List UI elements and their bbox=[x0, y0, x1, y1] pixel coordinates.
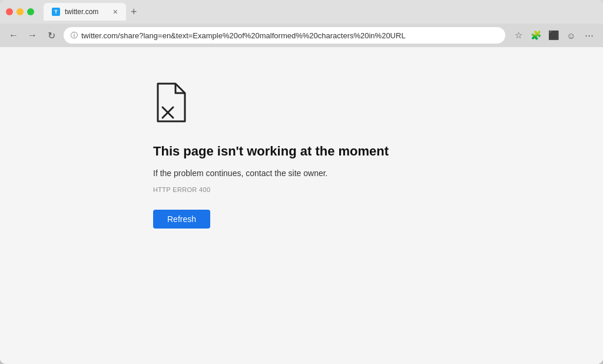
title-bar: T twitter.com × + bbox=[0, 0, 603, 24]
page-content: This page isn't working at the moment If… bbox=[0, 47, 603, 364]
refresh-button[interactable]: Refresh bbox=[153, 210, 210, 229]
tab-close-icon[interactable]: × bbox=[113, 8, 118, 16]
error-heading: This page isn't working at the moment bbox=[153, 144, 389, 159]
tab-bar: T twitter.com × + bbox=[44, 3, 597, 21]
browser-tab[interactable]: T twitter.com × bbox=[44, 3, 126, 21]
minimize-button[interactable] bbox=[16, 8, 24, 15]
emoji-icon[interactable]: ☺ bbox=[564, 28, 578, 42]
close-button[interactable] bbox=[6, 8, 13, 15]
address-bar: ← → ↻ ⓘ twitter.com/share?lang=en&text=E… bbox=[0, 24, 603, 47]
error-icon bbox=[153, 82, 188, 126]
error-code: HTTP ERROR 400 bbox=[153, 186, 210, 193]
back-button[interactable]: ← bbox=[7, 29, 20, 42]
toolbar-icons: ☆ 🧩 ⬛ ☺ ⋯ bbox=[511, 28, 596, 42]
lock-icon: ⓘ bbox=[71, 31, 78, 41]
tab-favicon-icon: T bbox=[52, 8, 60, 16]
forward-button[interactable]: → bbox=[26, 29, 39, 42]
screenshot-icon[interactable]: ⬛ bbox=[546, 28, 561, 42]
browser-window: T twitter.com × + ← → ↻ ⓘ twitter.com/sh… bbox=[0, 0, 603, 364]
traffic-lights bbox=[6, 8, 34, 15]
url-bar[interactable]: ⓘ twitter.com/share?lang=en&text=Example… bbox=[64, 27, 505, 44]
menu-icon[interactable]: ⋯ bbox=[582, 28, 596, 42]
error-subtext: If the problem continues, contact the si… bbox=[153, 168, 328, 178]
new-tab-button[interactable]: + bbox=[128, 6, 140, 18]
maximize-button[interactable] bbox=[27, 8, 34, 15]
bookmark-icon[interactable]: ☆ bbox=[511, 28, 525, 42]
tab-title: twitter.com bbox=[65, 8, 98, 16]
refresh-nav-button[interactable]: ↻ bbox=[45, 29, 58, 42]
extensions-icon[interactable]: 🧩 bbox=[529, 28, 543, 42]
url-text: twitter.com/share?lang=en&text=Example%2… bbox=[81, 31, 498, 40]
